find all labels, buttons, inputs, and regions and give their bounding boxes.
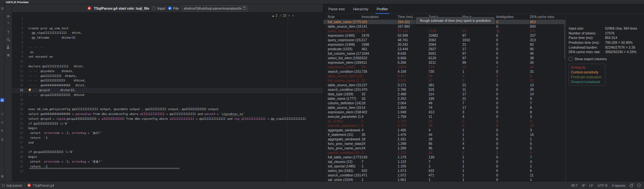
table-row[interactable]: table_source_item (15...73.94728929 <box>323 74 565 78</box>
column-header[interactable]: Invocations <box>362 14 398 20</box>
code-line[interactable]: 30begin <box>12 155 323 159</box>
table-scrollbar[interactable] <box>564 24 565 59</box>
indent-setting[interactable]: 4 spaces <box>612 184 625 187</box>
line-ending[interactable]: LF <box>589 184 593 187</box>
code-line[interactable]: 24begin <box>12 126 323 131</box>
code-line[interactable]: 28 <box>12 145 323 150</box>
code-line[interactable]: 14—— —— @a333333333333 dtkind, <box>12 78 323 83</box>
code-line[interactable]: 11declare @a1111111111111 dtint, <box>12 64 323 69</box>
code-line[interactable]: 13—— —— @a2222222222 dtdate, <box>12 74 323 79</box>
file-radio-circle[interactable] <box>168 6 172 10</box>
hierarchy-icon[interactable]: ⊞ <box>6 53 11 57</box>
services-icon[interactable]: ⚙ <box>0 129 4 133</box>
unlock-icon[interactable] <box>630 185 633 187</box>
table-row[interactable]: execute_parameter (1...41.75811403 <box>323 114 565 119</box>
file-path-input[interactable]: ebelice/Github/tsql-parser/examples/big.… <box>182 5 248 11</box>
table-row[interactable]: search_condition (15...21.22238826 <box>323 150 565 155</box>
input-radio[interactable]: Input <box>152 6 165 10</box>
inspections-widget[interactable]: ▲ 2 ✓ 23 ∧ ∨ <box>272 14 294 17</box>
table-row[interactable]: func_proc_name_data...241.29895405 <box>323 141 565 146</box>
terminal-icon[interactable]: ▦ <box>0 174 4 178</box>
project-icon[interactable]: ▤ <box>0 6 4 10</box>
table-row[interactable]: execute_statement (...31.722389316 <box>323 123 565 128</box>
table-row[interactable]: select_list_elem (1592)6326.669612997038 <box>323 56 565 60</box>
code-line[interactable]: 9set nocount on <box>12 54 323 59</box>
read-only-pencil-icon[interactable]: ✎ <box>582 184 585 187</box>
table-row[interactable]: full_table_name (1773)1391.179139107 <box>323 155 565 159</box>
table-row[interactable]: query_expression (1527)11748.76120621910… <box>323 38 565 42</box>
caret-position[interactable]: 30:7 <box>571 184 577 187</box>
code-line[interactable]: 5 @p_tblname dtchar32 <box>12 35 323 40</box>
input-radio-circle[interactable] <box>152 6 156 10</box>
table-row[interactable]: predicate (1525)46113.444292717080 <box>323 47 565 51</box>
expert-columns-checkbox[interactable]: Show expert columns <box>569 56 644 61</box>
antlr-preview-icon[interactable]: ▸ <box>0 98 4 102</box>
table-row[interactable]: table_name (1777)332.2521992109 <box>323 96 565 101</box>
table-row[interactable]: table_source_item (15...1273.17138121013 <box>323 83 565 87</box>
code-line[interactable]: 6 <box>12 40 323 45</box>
code-line[interactable]: 22select @vipid = vipid,@vipa33333333333… <box>12 117 323 121</box>
column-header[interactable]: DFA cache miss <box>530 14 565 20</box>
commit-icon[interactable]: ◫ <box>0 112 4 116</box>
code-line[interactable]: 2 <box>12 21 323 26</box>
code-line[interactable]: 10 <box>12 59 323 64</box>
code-line[interactable]: 33 <box>12 169 323 174</box>
table-row[interactable]: select_list (1581)6321.073632106 <box>323 168 565 173</box>
code-line[interactable]: 4 @p_vipa1111111111111 dtint, <box>12 31 323 35</box>
prev-problem-icon[interactable]: ∧ <box>288 14 290 17</box>
horizontal-scrollbar[interactable] <box>29 168 180 169</box>
table-row[interactable]: expression_elem (1590)6115.266321199026 <box>323 60 565 65</box>
code-line[interactable]: 23if @a333333333333 !='0' <box>12 121 323 126</box>
table-row[interactable]: set_special (1485)11.1051101 <box>323 164 565 168</box>
code-line[interactable]: 20exec nb_com_getsysconfig @a11111111111… <box>12 107 323 112</box>
table-row[interactable]: table_source_item (15...141.959741708 <box>323 105 565 110</box>
code-line[interactable]: 31 select errorcode = -1, errormsg = '准备… <box>12 159 323 164</box>
table-row[interactable]: search_condition (1516)4711.0724711011 <box>323 173 565 177</box>
code-line[interactable]: 25 select errorcode = -1, errormsg = '执行… <box>12 131 323 136</box>
code-line[interactable]: 8 as <box>12 50 323 55</box>
table-row[interactable]: full_column_name (1...523.529938352 <box>323 78 565 83</box>
code-line[interactable]: 26 return -1 <box>12 136 323 140</box>
stop-icon[interactable]: ■ <box>6 21 11 25</box>
code-line[interactable]: 21select @a444444444444444 = paravalue f… <box>12 112 323 117</box>
table-row[interactable]: id_ (2181)51.74318928 <box>323 119 565 123</box>
notifications-icon[interactable]: ! <box>637 184 641 187</box>
table-row[interactable]: sql_union (1534)11.0611101 <box>323 177 565 181</box>
table-row[interactable]: sql_clauses (12)71.1227104 <box>323 159 565 164</box>
code-line[interactable]: 27end <box>12 140 323 145</box>
checkbox-icon[interactable] <box>569 57 573 61</box>
refresh-icon[interactable]: ⟳ <box>6 14 11 19</box>
table-row[interactable]: expression_elem (1589)4021.948413308 <box>323 110 565 114</box>
next-problem-icon[interactable]: ∨ <box>292 14 294 17</box>
code-line[interactable]: 19 <box>12 102 323 107</box>
problems-icon[interactable]: ▥ <box>0 137 4 141</box>
table-row[interactable]: func_proc_name_serv...241.28995405 <box>323 146 565 150</box>
column-header[interactable]: Rule <box>328 14 362 20</box>
breadcrumb[interactable]: tsql-parser › A TSqlParser.g4 <box>2 184 571 187</box>
code-line[interactable]: 17—— —— @vipa333333333333 dtkind <box>12 93 323 98</box>
code-line[interactable]: 29if @vipa333333333333 !='0' <box>12 150 323 155</box>
breadcrumb-project[interactable]: tsql-parser <box>6 184 23 187</box>
table-row[interactable]: aggregate_windowed...181.33118101 <box>323 137 565 141</box>
table-row[interactable]: column_definition (1421)182.06449707 <box>323 101 565 105</box>
code-line[interactable]: 3create proc up_com_test <box>12 26 323 31</box>
intention-bulb-icon[interactable] <box>28 88 32 91</box>
breadcrumb-file[interactable]: TSqlParser.g4 <box>33 184 54 187</box>
browse-folder-icon[interactable] <box>243 7 246 10</box>
table-row[interactable]: search_condition (1519)7354.1587351031 <box>323 69 565 74</box>
tab-hierarchy[interactable]: Hierarchy <box>353 4 368 14</box>
table-row[interactable]: table_source_item (16...141167.9830830 <box>323 24 565 29</box>
table-row[interactable]: if_statement (31)351.476441015 <box>323 132 565 137</box>
table-row[interactable]: expression (1495)197852.99910982970237 <box>323 33 565 38</box>
code-editor[interactable]: 123create proc up_com_test4 @p_vipa11111… <box>12 13 323 181</box>
code-line[interactable]: 18 <box>12 98 323 102</box>
table-row[interactable]: data_type (1829)322.48811417014 <box>323 92 565 96</box>
table-row[interactable]: query_expression (15...5657.181133822111… <box>323 29 565 33</box>
table-row[interactable]: expression (1496)744.87921815446 <box>323 65 565 69</box>
table-row[interactable]: aggregate_windowed...41.4954103 <box>323 128 565 132</box>
code-line[interactable]: 12—— —— @sysdate dtdate, <box>12 69 323 74</box>
structure-icon[interactable]: ⊟ <box>0 120 4 124</box>
tab-parse-tree[interactable]: Parse tree <box>328 4 345 14</box>
table-row[interactable]: expression (1498)199820.342206421082 <box>323 42 565 47</box>
code-line[interactable]: 16—— @vipid dtchar32, <box>12 88 323 93</box>
